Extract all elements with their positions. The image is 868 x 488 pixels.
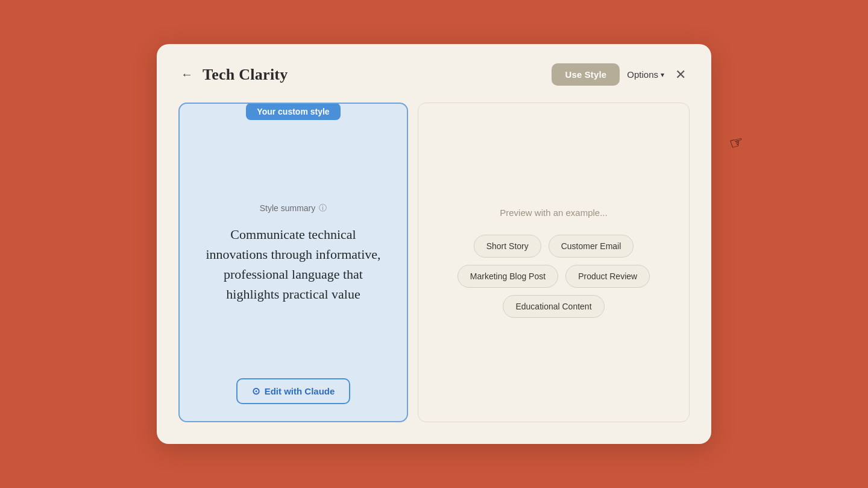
close-button[interactable]: ✕ [671, 67, 690, 83]
modal-title: Tech Clarity [203, 66, 288, 84]
chevron-down-icon: ▾ [661, 71, 664, 79]
modal-body: Your custom style Style summary ⓘ Commun… [178, 103, 690, 422]
style-description: Communicate technical innovations throug… [201, 224, 385, 304]
example-pills: Short Story Customer Email Marketing Blo… [440, 235, 667, 318]
back-button[interactable]: ← [178, 65, 195, 84]
preview-label: Preview with an example... [500, 208, 607, 218]
options-button[interactable]: Options ▾ [627, 69, 664, 80]
custom-style-badge: Your custom style [246, 103, 340, 120]
options-label: Options [627, 69, 658, 80]
edit-with-claude-button[interactable]: ⊙ Edit with Claude [236, 378, 351, 404]
pill-product-review[interactable]: Product Review [565, 265, 650, 288]
use-style-button[interactable]: Use Style [552, 63, 620, 86]
edit-label: Edit with Claude [265, 386, 335, 396]
pills-row-1: Short Story Customer Email [474, 235, 634, 258]
left-panel: Your custom style Style summary ⓘ Commun… [178, 103, 408, 422]
style-summary-row: Style summary ⓘ [260, 203, 327, 214]
pills-row-2: Marketing Blog Post Product Review [458, 265, 650, 288]
modal-actions: Use Style Options ▾ ✕ [552, 63, 690, 86]
main-modal: ← Tech Clarity Use Style Options ▾ ✕ You… [157, 44, 711, 444]
pill-customer-email[interactable]: Customer Email [549, 235, 634, 258]
pill-marketing-blog-post[interactable]: Marketing Blog Post [458, 265, 558, 288]
edit-icon: ⊙ [252, 385, 260, 397]
style-summary-label: Style summary [260, 203, 316, 213]
title-area: ← Tech Clarity [178, 65, 288, 84]
right-panel: Preview with an example... Short Story C… [418, 103, 690, 422]
info-icon[interactable]: ⓘ [319, 203, 327, 214]
pills-row-3: Educational Content [503, 295, 604, 318]
modal-header: ← Tech Clarity Use Style Options ▾ ✕ [178, 63, 690, 86]
pill-educational-content[interactable]: Educational Content [503, 295, 604, 318]
left-panel-content: Style summary ⓘ Communicate technical in… [180, 104, 407, 378]
pill-short-story[interactable]: Short Story [474, 235, 541, 258]
cursor-pointer: ☞ [727, 132, 745, 154]
